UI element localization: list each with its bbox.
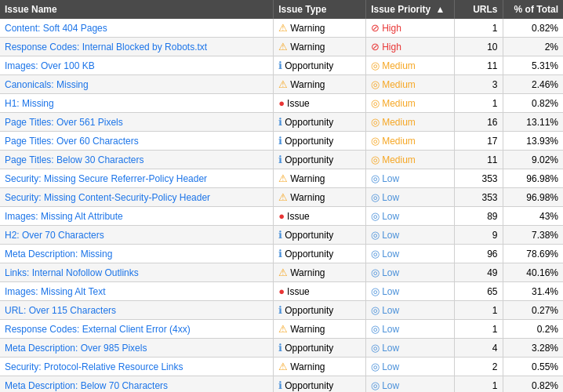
cell-urls: 17 [455, 132, 503, 151]
priority-label: Low [382, 286, 399, 297]
issue-name-link[interactable]: Links: Internal Nofollow Outlinks [5, 267, 139, 278]
issue-name-link[interactable]: Meta Description: Missing [5, 249, 112, 260]
cell-pct: 5.31% [503, 56, 563, 75]
priority-label: Medium [382, 136, 416, 147]
issue-name-link[interactable]: Meta Description: Below 70 Characters [5, 380, 168, 391]
cell-pct: 9.02% [503, 151, 563, 169]
priority-label: Medium [382, 117, 416, 128]
issue-name-link[interactable]: H1: Missing [5, 98, 54, 109]
type-label: Opportunity [285, 380, 333, 391]
cell-issue-priority: ◎Low [366, 282, 455, 301]
issue-name-link[interactable]: Images: Missing Alt Text [5, 286, 106, 297]
cell-issue-priority: ◎Low [366, 188, 455, 207]
type-label: Issue [287, 98, 310, 109]
sort-arrow-icon: ▲ [436, 4, 445, 15]
cell-pct: 13.93% [503, 132, 563, 151]
type-label: Warning [290, 23, 325, 34]
warning-icon: ⚠ [278, 267, 288, 278]
cell-issue-priority: ◎Medium [366, 132, 455, 151]
issue-name-link[interactable]: Content: Soft 404 Pages [5, 23, 107, 34]
cell-issue-priority: ◎Medium [366, 75, 455, 94]
issue-name-link[interactable]: Images: Missing Alt Attribute [5, 211, 123, 222]
cell-issue-priority: ◎Low [366, 376, 455, 393]
issue-name-link[interactable]: Page Titles: Over 60 Characters [5, 136, 139, 147]
cell-pct: 7.38% [503, 226, 563, 245]
issue-name-link[interactable]: Meta Description: Over 985 Pixels [5, 343, 147, 354]
col-header-name[interactable]: Issue Name [0, 0, 274, 19]
cell-pct: 3.28% [503, 339, 563, 358]
table-row: Response Codes: Internal Blocked by Robo… [0, 38, 563, 56]
cell-issue-priority: ⊘High [366, 19, 455, 38]
priority-label: High [382, 42, 401, 53]
type-label: Warning [290, 173, 325, 184]
issue-name-link[interactable]: H2: Over 70 Characters [5, 230, 104, 241]
cell-issue-type: ⚠Warning [274, 320, 366, 339]
col-header-type[interactable]: Issue Type [274, 0, 366, 19]
table-row: H2: Over 70 Characters ℹOpportunity ◎Low… [0, 226, 563, 245]
type-label: Warning [290, 361, 325, 372]
type-label: Warning [290, 267, 325, 278]
cell-urls: 1 [455, 320, 503, 339]
issue-name-link[interactable]: Security: Protocol-Relative Resource Lin… [5, 361, 183, 372]
priority-low-icon: ◎ [371, 210, 380, 222]
cell-issue-type: ●Issue [274, 282, 366, 301]
cell-issue-type: ℹOpportunity [274, 113, 366, 132]
cell-pct: 0.82% [503, 19, 563, 38]
col-header-pct[interactable]: % of Total [503, 0, 563, 19]
opportunity-icon: ℹ [278, 229, 282, 241]
priority-low-icon: ◎ [371, 285, 380, 297]
issue-name-link[interactable]: Page Titles: Below 30 Characters [5, 154, 143, 165]
type-label: Warning [290, 42, 325, 53]
cell-issue-name: Meta Description: Missing [0, 245, 274, 263]
issue-name-link[interactable]: Response Codes: External Client Error (4… [5, 324, 191, 335]
col-header-urls[interactable]: URLs [455, 0, 503, 19]
table-row: Images: Missing Alt Text ●Issue ◎Low 65 … [0, 282, 563, 301]
cell-urls: 353 [455, 169, 503, 188]
table-row: Meta Description: Missing ℹOpportunity ◎… [0, 245, 563, 263]
priority-label: Low [382, 324, 399, 335]
cell-pct: 2.46% [503, 75, 563, 94]
type-label: Opportunity [285, 230, 333, 241]
cell-urls: 1 [455, 376, 503, 393]
priority-low-icon: ◎ [371, 267, 380, 278]
table-row: Page Titles: Over 561 Pixels ℹOpportunit… [0, 113, 563, 132]
col-header-priority[interactable]: Issue Priority ▲ [366, 0, 455, 19]
cell-issue-name: H1: Missing [0, 94, 274, 113]
cell-issue-priority: ⊘High [366, 38, 455, 56]
issue-name-link[interactable]: Security: Missing Secure Referrer-Policy… [5, 173, 207, 184]
priority-medium-icon: ◎ [371, 154, 380, 165]
table-row: H1: Missing ●Issue ◎Medium 1 0.82% [0, 94, 563, 113]
type-label: Opportunity [285, 154, 333, 165]
cell-issue-type: ℹOpportunity [274, 151, 366, 169]
cell-issue-type: ℹOpportunity [274, 376, 366, 393]
opportunity-icon: ℹ [278, 304, 282, 316]
warning-icon: ⚠ [278, 22, 288, 34]
cell-urls: 9 [455, 226, 503, 245]
table-row: Content: Soft 404 Pages ⚠Warning ⊘High 1… [0, 19, 563, 38]
issue-name-link[interactable]: Security: Missing Content-Security-Polic… [5, 192, 210, 203]
issue-name-link[interactable]: URL: Over 115 Characters [5, 305, 116, 316]
issue-name-link[interactable]: Images: Over 100 KB [5, 60, 95, 71]
type-label: Opportunity [285, 249, 333, 260]
priority-label: High [382, 23, 401, 34]
priority-medium-icon: ◎ [371, 60, 380, 71]
priority-label: Low [382, 380, 399, 391]
cell-pct: 0.55% [503, 358, 563, 376]
issue-name-link[interactable]: Page Titles: Over 561 Pixels [5, 117, 123, 128]
priority-label: Low [382, 230, 399, 241]
cell-issue-priority: ◎Low [366, 226, 455, 245]
cell-urls: 65 [455, 282, 503, 301]
priority-medium-icon: ◎ [371, 78, 380, 90]
cell-issue-name: Meta Description: Over 985 Pixels [0, 339, 274, 358]
priority-label: Low [382, 305, 399, 316]
warning-icon: ⚠ [278, 323, 288, 335]
cell-issue-name: Response Codes: Internal Blocked by Robo… [0, 38, 274, 56]
cell-issue-type: ℹOpportunity [274, 245, 366, 263]
cell-issue-priority: ◎Medium [366, 113, 455, 132]
issue-name-link[interactable]: Response Codes: Internal Blocked by Robo… [5, 42, 207, 53]
type-label: Warning [290, 324, 325, 335]
priority-low-icon: ◎ [371, 172, 380, 184]
cell-pct: 2% [503, 38, 563, 56]
issue-name-link[interactable]: Canonicals: Missing [5, 79, 89, 90]
issue-icon: ● [278, 97, 285, 109]
